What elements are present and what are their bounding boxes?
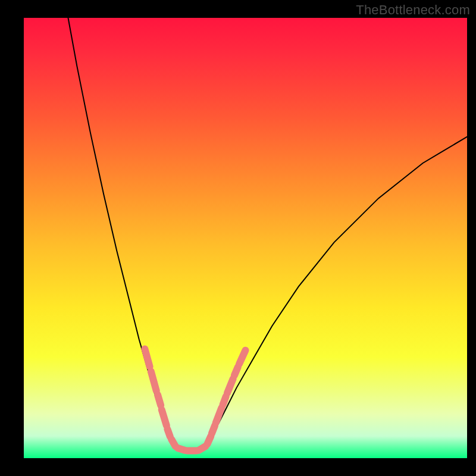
marker-segment — [158, 394, 161, 405]
plot-area — [24, 18, 467, 458]
marker-segment — [212, 425, 215, 433]
marker-segment — [162, 410, 167, 426]
marker-segment — [151, 371, 156, 391]
curve-left — [68, 18, 184, 450]
marker-segment — [227, 379, 233, 393]
marker-segment — [145, 349, 149, 367]
marker-segment — [239, 350, 245, 364]
attribution-text: TheBottleneck.com — [356, 2, 470, 18]
curve-layer — [68, 18, 468, 451]
chart-svg — [24, 18, 467, 458]
marker-segment — [207, 436, 211, 444]
marker-segment — [223, 396, 226, 405]
marker-segment — [171, 439, 176, 446]
marker-segment — [167, 429, 170, 437]
chart-frame: TheBottleneck.com — [0, 0, 476, 476]
marker-segment — [199, 446, 205, 450]
curve-right — [197, 137, 467, 451]
marker-segment — [234, 367, 238, 375]
